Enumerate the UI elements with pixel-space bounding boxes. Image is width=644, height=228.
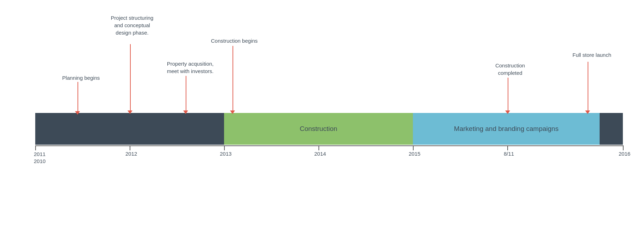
tick-2014 — [318, 145, 319, 150]
chart-container: Construction Marketing and branding camp… — [0, 0, 644, 228]
annotation-project-structuring-text: Project structuringand conceptualdesign … — [102, 14, 162, 36]
annotation-project-structuring-line — [130, 44, 131, 111]
annotation-full-store-launch: Full store launch — [560, 51, 624, 59]
year-label-2013: 2013 — [220, 151, 231, 157]
annotation-planning-begins-line — [78, 82, 78, 112]
tick-2012 — [130, 145, 130, 150]
annotation-planning-begins-text: Planning begins — [56, 74, 106, 82]
year-label-2012: 2012 — [125, 151, 137, 157]
year-label-2011: 2011 2010 — [34, 151, 45, 164]
annotation-construction-completed: Constructioncompleted — [482, 62, 538, 77]
annotation-full-store-launch-text: Full store launch — [560, 51, 624, 59]
annotation-construction-begins-line — [233, 46, 233, 111]
annotation-planning-begins-head — [75, 111, 80, 115]
annotation-construction-completed-head — [505, 110, 510, 114]
segment-marketing: Marketing and branding campaigns — [413, 113, 600, 145]
annotation-full-store-launch-line — [588, 62, 588, 111]
segment-construction: Construction — [224, 113, 413, 145]
annotation-construction-begins: Construction begins — [201, 37, 268, 44]
year-label-2016: 2016 — [619, 151, 630, 157]
tick-811 — [507, 145, 508, 150]
tick-2013 — [224, 145, 225, 150]
tick-2015 — [413, 145, 414, 150]
annotation-construction-completed-text: Constructioncompleted — [482, 62, 538, 77]
year-label-811: 8/11 — [504, 151, 514, 157]
annotation-project-structuring: Project structuringand conceptualdesign … — [102, 14, 162, 36]
annotation-planning-begins: Planning begins — [56, 74, 106, 82]
annotation-construction-completed-line — [508, 78, 508, 111]
segment-construction-label: Construction — [300, 125, 338, 133]
annotation-full-store-launch-head — [585, 110, 590, 114]
annotation-construction-begins-head — [230, 110, 235, 114]
segment-marketing-label: Marketing and branding campaigns — [454, 125, 559, 133]
axis-line — [35, 145, 623, 146]
tick-2011 — [35, 145, 36, 150]
annotation-property-acquisition: Property acqusition,meet with investors. — [159, 60, 222, 75]
annotation-property-acquisition-head — [183, 110, 188, 114]
year-label-2015: 2015 — [409, 151, 420, 157]
annotation-property-acquisition-text: Property acqusition,meet with investors. — [159, 60, 222, 75]
annotation-project-structuring-head — [128, 110, 132, 114]
tick-2016 — [623, 145, 624, 150]
annotation-construction-begins-text: Construction begins — [201, 37, 268, 44]
year-label-2014: 2014 — [314, 151, 326, 157]
annotation-property-acquisition-line — [186, 76, 186, 111]
